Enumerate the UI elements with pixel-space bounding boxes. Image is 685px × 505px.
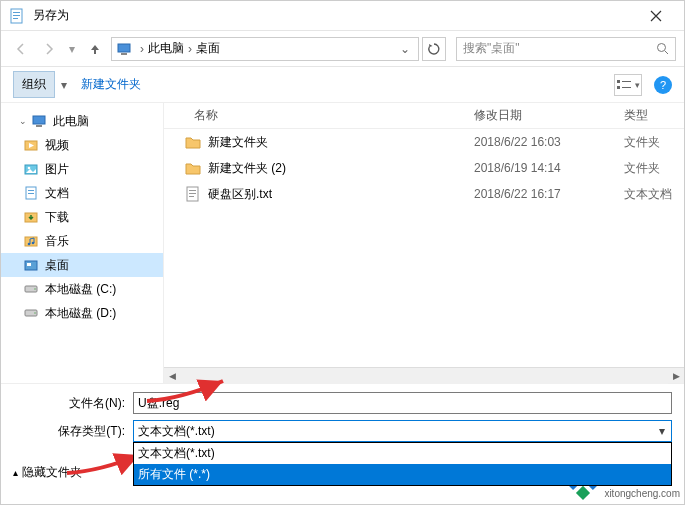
file-type: 文件夹 bbox=[624, 134, 684, 151]
music-icon bbox=[23, 233, 39, 249]
svg-point-15 bbox=[28, 167, 31, 170]
txt-icon bbox=[184, 185, 202, 203]
file-row[interactable]: 新建文件夹2018/6/22 16:03文件夹 bbox=[172, 129, 684, 155]
svg-rect-11 bbox=[33, 116, 45, 124]
sidebar-item-label: 本地磁盘 (C:) bbox=[45, 281, 116, 298]
hide-folders-toggle[interactable]: ▴ 隐藏文件夹 bbox=[13, 464, 82, 481]
breadcrumb-root[interactable]: 此电脑 bbox=[148, 40, 184, 57]
view-button[interactable]: ▾ bbox=[614, 74, 642, 96]
file-list: 名称 修改日期 类型 新建文件夹2018/6/22 16:03文件夹新建文件夹 … bbox=[163, 103, 684, 383]
folder-icon bbox=[184, 159, 202, 177]
titlebar: 另存为 bbox=[1, 1, 684, 31]
file-date: 2018/6/19 14:14 bbox=[474, 161, 624, 175]
scroll-right-icon[interactable]: ▶ bbox=[668, 368, 684, 384]
svg-rect-24 bbox=[27, 263, 31, 266]
svg-rect-10 bbox=[622, 87, 631, 88]
file-name: 新建文件夹 bbox=[208, 134, 474, 151]
refresh-icon bbox=[427, 42, 441, 56]
close-button[interactable] bbox=[636, 2, 676, 30]
svg-rect-30 bbox=[189, 190, 196, 191]
doc-icon bbox=[23, 185, 39, 201]
sidebar-item[interactable]: 下载 bbox=[1, 205, 163, 229]
sidebar-item[interactable]: 图片 bbox=[1, 157, 163, 181]
svg-rect-7 bbox=[617, 80, 620, 83]
filetype-selected[interactable]: 文本文档(*.txt) bbox=[133, 420, 672, 442]
breadcrumb-folder[interactable]: 桌面 bbox=[196, 40, 220, 57]
svg-rect-17 bbox=[28, 190, 34, 191]
chevron-right-icon: › bbox=[188, 42, 192, 56]
sidebar-item-label: 文档 bbox=[45, 185, 69, 202]
download-icon bbox=[23, 209, 39, 225]
search-icon bbox=[656, 42, 669, 55]
sidebar-item-label: 桌面 bbox=[45, 257, 69, 274]
col-type-header[interactable]: 类型 bbox=[624, 107, 684, 124]
sidebar-item-label: 此电脑 bbox=[53, 113, 89, 130]
history-dropdown-icon[interactable]: ▾ bbox=[65, 37, 79, 61]
back-button[interactable] bbox=[9, 37, 33, 61]
hide-folders-label: 隐藏文件夹 bbox=[22, 464, 82, 481]
pc-icon bbox=[31, 113, 47, 129]
address-bar[interactable]: › 此电脑 › 桌面 ⌄ bbox=[111, 37, 419, 61]
svg-rect-31 bbox=[189, 193, 196, 194]
sidebar-item[interactable]: 桌面 bbox=[1, 253, 163, 277]
sidebar-item[interactable]: 音乐 bbox=[1, 229, 163, 253]
svg-rect-8 bbox=[622, 81, 631, 82]
search-placeholder: 搜索"桌面" bbox=[463, 40, 520, 57]
sidebar-item-label: 本地磁盘 (D:) bbox=[45, 305, 116, 322]
image-icon bbox=[23, 161, 39, 177]
refresh-button[interactable] bbox=[422, 37, 446, 61]
sidebar-item[interactable]: 文档 bbox=[1, 181, 163, 205]
file-date: 2018/6/22 16:17 bbox=[474, 187, 624, 201]
filetype-dropdown: 文本文档(*.txt) 所有文件 (*.*) bbox=[133, 442, 672, 486]
svg-rect-12 bbox=[36, 125, 42, 127]
scroll-left-icon[interactable]: ◀ bbox=[164, 368, 180, 384]
filetype-combo[interactable]: 文本文档(*.txt) 文本文档(*.txt) 所有文件 (*.*) bbox=[133, 420, 672, 442]
search-input[interactable]: 搜索"桌面" bbox=[456, 37, 676, 61]
svg-point-22 bbox=[32, 242, 35, 245]
content-area: ⌄此电脑视频图片文档下载音乐桌面本地磁盘 (C:)本地磁盘 (D:) 名称 修改… bbox=[1, 103, 684, 383]
up-button[interactable] bbox=[83, 37, 107, 61]
svg-rect-32 bbox=[189, 196, 194, 197]
dropdown-option[interactable]: 所有文件 (*.*) bbox=[134, 464, 671, 485]
dropdown-option[interactable]: 文本文档(*.txt) bbox=[134, 443, 671, 464]
navigation-bar: ▾ › 此电脑 › 桌面 ⌄ 搜索"桌面" bbox=[1, 31, 684, 67]
sidebar-item-label: 下载 bbox=[45, 209, 69, 226]
file-date: 2018/6/22 16:03 bbox=[474, 135, 624, 149]
horizontal-scrollbar[interactable]: ◀ ▶ bbox=[164, 367, 684, 383]
toolbar: 组织 ▾ 新建文件夹 ▾ ? bbox=[1, 67, 684, 103]
col-name-header[interactable]: 名称 bbox=[164, 107, 474, 124]
save-form: 文件名(N): 保存类型(T): 文本文档(*.txt) 文本文档(*.txt)… bbox=[1, 383, 684, 490]
new-folder-button[interactable]: 新建文件夹 bbox=[73, 72, 149, 97]
svg-rect-18 bbox=[28, 193, 34, 194]
folder-icon bbox=[184, 133, 202, 151]
watermark-url: xitongcheng.com bbox=[604, 488, 680, 499]
file-type: 文件夹 bbox=[624, 160, 684, 177]
svg-rect-5 bbox=[121, 53, 127, 55]
svg-point-26 bbox=[34, 288, 36, 290]
svg-rect-9 bbox=[617, 86, 620, 89]
desktop-icon bbox=[23, 257, 39, 273]
svg-rect-2 bbox=[13, 15, 20, 16]
sidebar-item[interactable]: 本地磁盘 (C:) bbox=[1, 277, 163, 301]
dropdown-arrow-icon[interactable]: ▾ bbox=[59, 78, 69, 92]
filename-input[interactable] bbox=[133, 392, 672, 414]
organize-button[interactable]: 组织 bbox=[13, 71, 55, 98]
file-name: 新建文件夹 (2) bbox=[208, 160, 474, 177]
sidebar: ⌄此电脑视频图片文档下载音乐桌面本地磁盘 (C:)本地磁盘 (D:) bbox=[1, 103, 163, 383]
file-row[interactable]: 硬盘区别.txt2018/6/22 16:17文本文档 bbox=[172, 181, 684, 207]
file-row[interactable]: 新建文件夹 (2)2018/6/19 14:14文件夹 bbox=[172, 155, 684, 181]
chevron-right-icon: › bbox=[140, 42, 144, 56]
help-button[interactable]: ? bbox=[654, 76, 672, 94]
sidebar-item[interactable]: 视频 bbox=[1, 133, 163, 157]
view-icon bbox=[616, 79, 632, 91]
window-title: 另存为 bbox=[33, 7, 636, 24]
sidebar-item-label: 视频 bbox=[45, 137, 69, 154]
sidebar-item[interactable]: 本地磁盘 (D:) bbox=[1, 301, 163, 325]
file-name: 硬盘区别.txt bbox=[208, 186, 474, 203]
file-type: 文本文档 bbox=[624, 186, 684, 203]
forward-button[interactable] bbox=[37, 37, 61, 61]
svg-rect-3 bbox=[13, 18, 18, 19]
sidebar-item[interactable]: ⌄此电脑 bbox=[1, 109, 163, 133]
address-dropdown-icon[interactable]: ⌄ bbox=[396, 42, 414, 56]
col-date-header[interactable]: 修改日期 bbox=[474, 107, 624, 124]
